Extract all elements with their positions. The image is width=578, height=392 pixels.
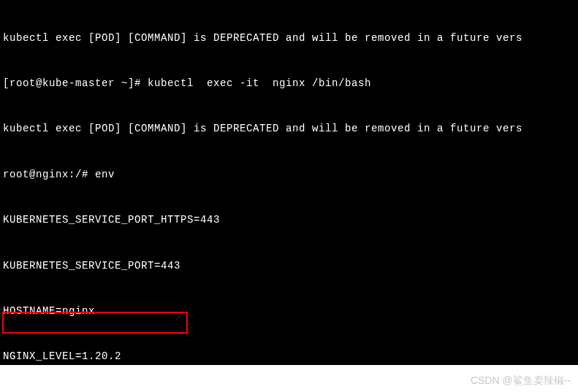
terminal-line: kubectl exec [POD] [COMMAND] is DEPRECAT… — [3, 121, 575, 137]
terminal-line: KUBERNETES_SERVICE_PORT=443 — [3, 258, 575, 274]
terminal-window[interactable]: kubectl exec [POD] [COMMAND] is DEPRECAT… — [0, 0, 578, 365]
terminal-line: KUBERNETES_SERVICE_PORT_HTTPS=443 — [3, 212, 575, 228]
terminal-line: HOSTNAME=nginx — [3, 304, 575, 319]
watermark-text: CSDN @鲨鱼卖辣椒-- — [471, 374, 571, 388]
terminal-line: kubectl exec [POD] [COMMAND] is DEPRECAT… — [3, 31, 575, 46]
terminal-line: root@nginx:/# env — [3, 167, 575, 182]
terminal-line: [root@kube-master ~]# kubectl exec -it n… — [3, 76, 575, 91]
terminal-line: NGINX_LEVEL=1.20.2 — [3, 349, 575, 364]
